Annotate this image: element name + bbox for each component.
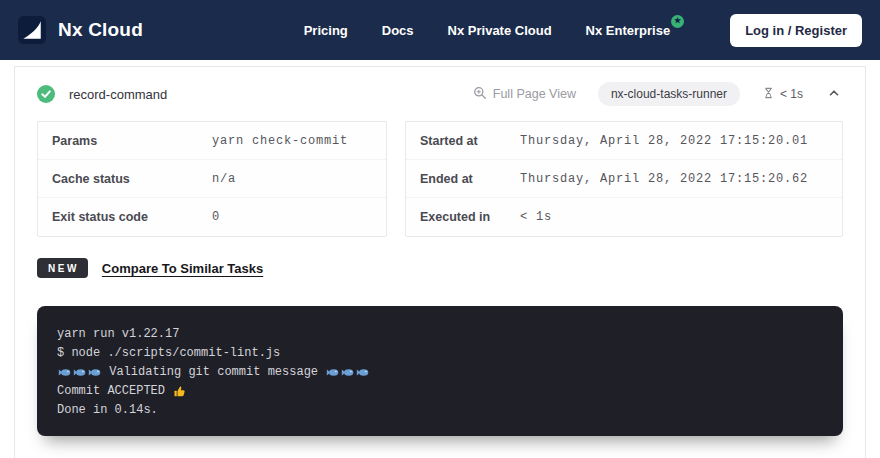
table-row: Params yarn check-commit xyxy=(38,122,386,160)
full-page-view-link[interactable]: Full Page View xyxy=(473,86,576,103)
task-name: record-command xyxy=(69,87,167,102)
nx-cloud-logo-icon xyxy=(18,16,46,44)
brand-name: Nx Cloud xyxy=(58,19,143,41)
row-label: Params xyxy=(52,134,212,148)
terminal-line: Commit ACCEPTED xyxy=(57,382,823,401)
fish-emoji xyxy=(88,367,101,378)
task-header-controls: Full Page View nx-cloud-tasks-runner < 1… xyxy=(473,82,843,106)
row-label: Ended at xyxy=(420,172,520,186)
compare-to-similar-tasks-link[interactable]: Compare To Similar Tasks xyxy=(102,261,263,276)
collapse-button[interactable] xyxy=(825,84,843,105)
chevron-up-icon xyxy=(827,86,841,103)
task-duration-value: < 1s xyxy=(780,87,803,101)
fish-emoji xyxy=(73,367,86,378)
row-value: Thursday, April 28, 2022 17:15:20.01 xyxy=(520,134,808,148)
hourglass-icon xyxy=(762,86,775,103)
terminal-line: Done in 0.14s. xyxy=(57,401,823,420)
row-value: yarn check-commit xyxy=(212,134,348,148)
table-row: Cache status n/a xyxy=(38,160,386,198)
nav-link-enterprise-label: Nx Enterprise xyxy=(586,23,671,38)
terminal-line: $ node ./scripts/commit-lint.js xyxy=(57,344,823,363)
terminal-line: Validating git commit message xyxy=(57,363,823,382)
fish-emoji xyxy=(326,367,339,378)
brand[interactable]: Nx Cloud xyxy=(18,16,143,44)
row-value: Thursday, April 28, 2022 17:15:20.62 xyxy=(520,172,808,186)
star-badge-icon: ★ xyxy=(671,15,684,28)
timing-table: Started at Thursday, April 28, 2022 17:1… xyxy=(405,121,843,237)
table-row: Executed in < 1s xyxy=(406,198,842,236)
row-value: < 1s xyxy=(520,210,552,224)
nav-link-private-cloud[interactable]: Nx Private Cloud xyxy=(448,23,552,38)
task-card-header: record-command Full Page View nx-cloud-t… xyxy=(15,67,865,119)
success-check-icon xyxy=(37,85,55,103)
row-label: Executed in xyxy=(420,210,520,224)
nav-link-enterprise[interactable]: Nx Enterprise ★ xyxy=(586,23,671,38)
navbar: Nx Cloud Pricing Docs Nx Private Cloud N… xyxy=(0,0,880,60)
table-row: Ended at Thursday, April 28, 2022 17:15:… xyxy=(406,160,842,198)
table-row: Started at Thursday, April 28, 2022 17:1… xyxy=(406,122,842,160)
fish-emoji xyxy=(58,367,71,378)
table-row: Exit status code 0 xyxy=(38,198,386,236)
magnifier-plus-icon xyxy=(473,86,487,103)
new-badge: NEW xyxy=(37,258,88,278)
detail-tables: Params yarn check-commit Cache status n/… xyxy=(15,119,865,237)
terminal-line: yarn run v1.22.17 xyxy=(57,325,823,344)
row-value: n/a xyxy=(212,172,236,186)
row-label: Started at xyxy=(420,134,520,148)
row-label: Cache status xyxy=(52,172,212,186)
fish-emoji xyxy=(341,367,354,378)
nav-link-pricing[interactable]: Pricing xyxy=(304,23,348,38)
runner-chip: nx-cloud-tasks-runner xyxy=(598,82,740,106)
row-value: 0 xyxy=(212,210,220,224)
task-duration: < 1s xyxy=(762,86,803,103)
params-table: Params yarn check-commit Cache status n/… xyxy=(37,121,387,237)
compare-row: NEW Compare To Similar Tasks xyxy=(15,237,865,293)
terminal-output: yarn run v1.22.17$ node ./scripts/commit… xyxy=(37,306,843,436)
nav-links: Pricing Docs Nx Private Cloud Nx Enterpr… xyxy=(304,14,862,47)
row-label: Exit status code xyxy=(52,210,212,224)
nav-link-docs[interactable]: Docs xyxy=(382,23,414,38)
full-page-view-label: Full Page View xyxy=(493,87,576,101)
task-card: record-command Full Page View nx-cloud-t… xyxy=(14,66,866,458)
login-register-button[interactable]: Log in / Register xyxy=(730,14,862,47)
fish-emoji xyxy=(356,367,369,378)
thumbs-up-emoji xyxy=(173,385,186,398)
